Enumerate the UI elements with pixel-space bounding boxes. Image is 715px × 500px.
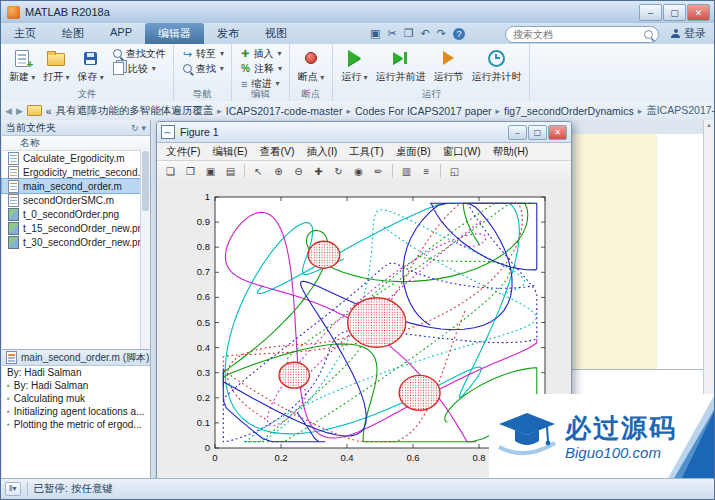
menu-view[interactable]: 查看(V) [254, 144, 299, 160]
pan-icon[interactable]: ✚ [309, 162, 328, 180]
section-icon: ▪ [7, 394, 10, 403]
breadcrumb-item-repo[interactable]: ICAPS2017-code-master [226, 105, 343, 117]
breadcrumb-separator: ▸ [638, 106, 643, 116]
breakpoints-button[interactable]: 断点 [294, 46, 328, 86]
breadcrumb-item-fig7[interactable]: fig7_secondOrderDynamics [504, 105, 634, 117]
watermark-title: 必过源码 [565, 414, 677, 442]
figure-titlebar[interactable]: Figure 1 – ▢ ✕ [157, 122, 571, 143]
copy-icon[interactable]: ❐ [404, 27, 414, 40]
goto-button[interactable]: ↪ 转至 [180, 46, 227, 61]
tab-plots[interactable]: 绘图 [49, 23, 97, 44]
file-row[interactable]: t_15_secondOrder_new.png [2, 221, 150, 235]
tab-view[interactable]: 视图 [252, 23, 300, 44]
open-folder-icon [47, 53, 65, 66]
tab-editor[interactable]: 编辑器 [145, 23, 204, 44]
new-figure-icon[interactable]: ❏ [161, 162, 180, 180]
run-button[interactable]: 运行 [337, 46, 371, 86]
menu-edit[interactable]: 编辑(E) [207, 144, 252, 160]
open-button[interactable]: 打开 [39, 46, 73, 86]
zoom-in-icon[interactable]: ⊕ [269, 162, 288, 180]
cut-icon[interactable]: ✂ [387, 27, 396, 40]
comment-icon: % [241, 63, 250, 74]
breadcrumb-item-codes[interactable]: Codes For ICAPS2017 paper [355, 105, 492, 117]
file-row[interactable]: Calculate_Ergodicity.m [2, 151, 150, 165]
print-icon[interactable]: ▤ [221, 162, 240, 180]
login-button[interactable]: 登录 [671, 23, 706, 44]
layout-handle-icon[interactable]: ⦀▾ [5, 482, 21, 496]
compare-button[interactable]: 比较 [110, 61, 169, 76]
help-icon[interactable]: ? [453, 28, 465, 40]
details-header: main_second_order.m (脚本) [21, 351, 149, 365]
legend-icon[interactable]: ≡ [417, 162, 436, 180]
breadcrumb-overflow-text: 盖ICAPS2017-code- [646, 104, 714, 118]
comment-button[interactable]: % 注释 [238, 61, 285, 76]
figure-menubar: 文件(F) 编辑(E) 查看(V) 插入(I) 工具(T) 桌面(B) 窗口(W… [157, 143, 571, 161]
figure-maximize-button[interactable]: ▢ [528, 125, 547, 140]
insert-icon: ✚ [241, 48, 249, 59]
watermark: 必过源码 Biguo100.com [489, 394, 715, 480]
name-column-header[interactable]: 名称 [2, 136, 150, 151]
redo-icon[interactable]: ↷ [437, 27, 446, 40]
rotate-icon[interactable]: ↻ [329, 162, 348, 180]
back-icon[interactable]: ◀ [5, 106, 12, 116]
tab-publish[interactable]: 发布 [204, 23, 252, 44]
file-row[interactable]: secondOrderSMC.m [2, 193, 150, 207]
forward-icon[interactable]: ▶ [16, 106, 23, 116]
refresh-icon[interactable]: ↻ [131, 123, 139, 133]
breadcrumb-item-root[interactable]: 具有遮障功能的多智能体遍历覆盖 [56, 104, 214, 118]
brush-icon[interactable]: ✏ [369, 162, 388, 180]
menu-desktop[interactable]: 桌面(B) [391, 144, 436, 160]
menu-help[interactable]: 帮助(H) [488, 144, 534, 160]
main-area: ▴▾ 当前文件夹 ↻ ▾ 名称 Calculate_Ergodicity.m E… [1, 120, 714, 479]
run-advance-button[interactable]: 运行并前进 [371, 46, 429, 86]
group-label-edit: 编辑 [232, 88, 289, 101]
maximize-button[interactable]: ▢ [663, 4, 686, 21]
cursor-icon[interactable]: ↖ [249, 162, 268, 180]
panel-menu-icon[interactable]: ▾ [141, 123, 146, 133]
save-icon[interactable]: ▣ [201, 162, 220, 180]
run-icon [348, 50, 361, 66]
group-run: 运行 运行并前进 运行节 运行并计时 运行 [333, 44, 530, 101]
mfile-icon [8, 166, 19, 179]
folder-scrollbar[interactable] [140, 149, 150, 349]
run-time-button[interactable]: 运行并计时 [467, 46, 525, 86]
menu-tools[interactable]: 工具(T) [344, 144, 388, 160]
colorbar-icon[interactable]: ▥ [397, 162, 416, 180]
dock-icon[interactable]: ◱ [445, 162, 464, 180]
data-cursor-icon[interactable]: ◉ [349, 162, 368, 180]
minimize-button[interactable]: – [639, 4, 662, 21]
figure-toolbar: ❏ ❐ ▣ ▤ ↖ ⊕ ⊖ ✚ ↻ ◉ ✏ ▥ ≡ ◱ [157, 161, 571, 182]
find-files-button[interactable]: 查找文件 [110, 46, 169, 61]
undo-icon[interactable]: ↶ [421, 27, 430, 40]
section-icon: ▪ [7, 420, 10, 429]
user-icon [671, 29, 680, 38]
save-icon[interactable]: ▣ [370, 27, 380, 40]
tab-apps[interactable]: APP [97, 23, 145, 44]
menu-window[interactable]: 窗口(W) [438, 144, 486, 160]
doc-search-input[interactable] [511, 28, 644, 41]
menu-file[interactable]: 文件(F) [161, 144, 205, 160]
open-icon[interactable]: ❐ [181, 162, 200, 180]
breadcrumb-separator: ▸ [496, 106, 501, 116]
menu-insert[interactable]: 插入(I) [301, 144, 342, 160]
folder-up-icon[interactable] [27, 105, 42, 116]
address-bar: ◀ ▶ « 具有遮障功能的多智能体遍历覆盖 ▸ ICAPS2017-code-m… [1, 101, 714, 121]
figure-minimize-button[interactable]: – [508, 125, 527, 140]
insert-button[interactable]: ✚ 插入 [238, 46, 285, 61]
figure-close-button[interactable]: ✕ [548, 125, 567, 140]
zoom-out-icon[interactable]: ⊖ [289, 162, 308, 180]
file-row[interactable]: t_0_secondOrder.png [2, 207, 150, 221]
file-row-selected[interactable]: main_second_order.m [2, 179, 150, 193]
file-row[interactable]: Ergodicity_metric_second... [2, 165, 150, 179]
file-row[interactable]: t_30_secondOrder_new.png [2, 235, 150, 249]
breadcrumb-collapse[interactable]: « [46, 105, 52, 117]
tab-home[interactable]: 主页 [1, 23, 49, 44]
save-button[interactable]: 保存 [74, 46, 108, 86]
svg-text:0: 0 [205, 442, 210, 453]
close-button[interactable]: ✕ [687, 4, 710, 21]
figure-icon [161, 125, 175, 139]
find-button[interactable]: 查找 [180, 61, 227, 76]
new-button[interactable]: 新建 [5, 46, 39, 86]
doc-search-box[interactable] [505, 26, 659, 43]
run-section-button[interactable]: 运行节 [429, 46, 467, 86]
